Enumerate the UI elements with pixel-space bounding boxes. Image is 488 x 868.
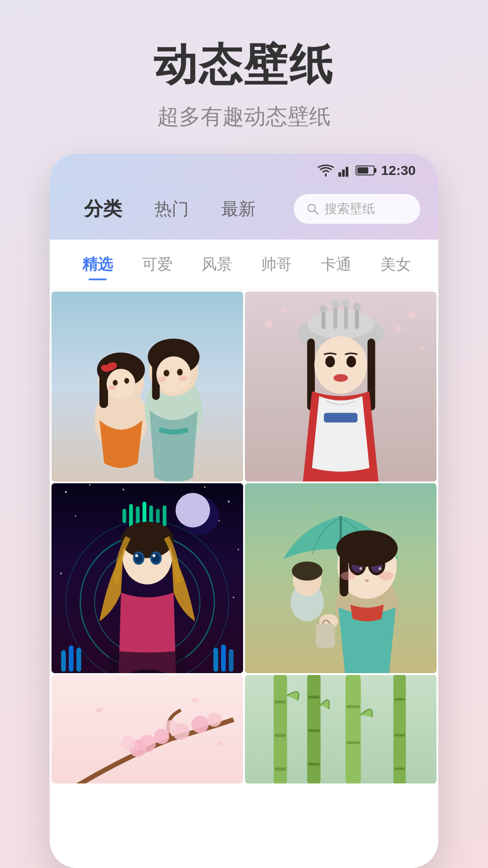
svg-point-110 <box>121 736 136 750</box>
category-bar: 精选 可爱 风景 帅哥 卡通 美女 <box>50 240 438 290</box>
svg-point-50 <box>65 491 67 493</box>
svg-rect-123 <box>275 768 286 770</box>
phone-device: 12:30 分类 热门 最新 搜索壁纸 精选 可爱 风景 帅哥 卡通 美女 <box>50 154 438 868</box>
wallpaper-art-3 <box>52 483 243 673</box>
svg-rect-127 <box>308 763 319 765</box>
svg-rect-107 <box>52 675 243 783</box>
svg-point-38 <box>319 305 327 313</box>
svg-point-22 <box>164 370 169 377</box>
wallpaper-item-1[interactable] <box>52 292 243 481</box>
svg-rect-71 <box>163 505 166 527</box>
cat-cartoon[interactable]: 卡通 <box>306 247 366 282</box>
cat-beauty[interactable]: 美女 <box>366 247 426 282</box>
wallpaper-item-4[interactable] <box>245 483 436 673</box>
svg-point-89 <box>292 561 323 580</box>
svg-rect-3 <box>349 164 351 177</box>
search-bar[interactable]: 搜索壁纸 <box>294 194 420 224</box>
wallpaper-art-4 <box>245 483 436 673</box>
svg-rect-132 <box>394 698 405 700</box>
svg-rect-66 <box>129 504 133 528</box>
signal-icon <box>338 164 351 177</box>
svg-point-103 <box>379 571 394 580</box>
wallpaper-item-6[interactable] <box>245 675 436 783</box>
svg-point-44 <box>314 336 367 394</box>
nav-bar: 分类 热门 最新 搜索壁纸 <box>50 183 438 240</box>
nav-tab-hot[interactable]: 热门 <box>138 193 205 225</box>
wallpaper-item-5[interactable] <box>52 675 243 783</box>
svg-point-30 <box>395 326 402 332</box>
svg-rect-128 <box>346 675 361 783</box>
wallpaper-item-3[interactable] <box>52 483 243 673</box>
svg-point-51 <box>89 484 90 486</box>
svg-line-5 <box>314 211 318 214</box>
svg-point-45 <box>325 356 335 367</box>
wallpaper-art-2 <box>245 292 436 481</box>
svg-point-16 <box>108 385 116 390</box>
svg-rect-121 <box>275 700 286 703</box>
svg-rect-81 <box>69 645 74 671</box>
svg-point-24 <box>157 377 166 382</box>
svg-rect-134 <box>394 768 405 770</box>
time-display: 12:30 <box>381 163 416 178</box>
svg-point-79 <box>153 554 155 557</box>
svg-rect-65 <box>122 509 126 523</box>
svg-rect-130 <box>347 741 360 744</box>
cat-cute[interactable]: 可爱 <box>127 247 187 282</box>
svg-rect-37 <box>355 307 359 329</box>
svg-point-115 <box>207 712 222 727</box>
svg-point-23 <box>177 369 183 376</box>
svg-rect-35 <box>333 305 337 329</box>
cat-scenery[interactable]: 风景 <box>187 247 247 282</box>
status-bar: 12:30 <box>50 154 438 183</box>
search-icon <box>306 203 319 215</box>
nav-tab-category[interactable]: 分类 <box>68 192 138 226</box>
svg-point-58 <box>60 572 62 574</box>
svg-point-13 <box>107 369 136 400</box>
svg-point-25 <box>178 376 188 382</box>
sub-title: 超多有趣动态壁纸 <box>0 102 488 131</box>
svg-rect-2 <box>346 167 348 177</box>
svg-rect-119 <box>245 675 436 783</box>
svg-point-29 <box>408 310 417 319</box>
header-area: 动态壁纸 超多有趣动态壁纸 <box>0 0 488 154</box>
svg-rect-131 <box>394 675 406 783</box>
svg-point-41 <box>353 303 361 311</box>
svg-rect-10 <box>99 370 108 408</box>
svg-point-99 <box>379 567 381 570</box>
svg-point-39 <box>332 300 339 308</box>
svg-point-78 <box>136 554 138 557</box>
svg-rect-133 <box>394 734 405 736</box>
svg-point-15 <box>124 378 129 384</box>
svg-point-55 <box>75 515 76 517</box>
svg-point-109 <box>139 735 156 752</box>
svg-point-54 <box>228 500 230 502</box>
svg-rect-82 <box>76 648 81 672</box>
wifi-icon <box>318 164 334 177</box>
svg-point-46 <box>347 356 356 367</box>
svg-point-33 <box>307 310 374 339</box>
svg-rect-84 <box>221 644 226 671</box>
svg-rect-48 <box>324 413 357 422</box>
nav-tab-latest[interactable]: 最新 <box>205 193 272 225</box>
svg-point-27 <box>265 321 273 328</box>
wallpaper-art-1 <box>52 292 243 481</box>
svg-point-52 <box>122 489 124 491</box>
svg-point-102 <box>341 571 355 580</box>
svg-point-28 <box>280 307 286 313</box>
svg-point-21 <box>156 356 191 393</box>
svg-point-14 <box>113 380 118 386</box>
svg-rect-129 <box>347 705 360 708</box>
svg-rect-34 <box>322 310 325 329</box>
svg-rect-106 <box>316 624 335 648</box>
svg-rect-70 <box>156 509 160 523</box>
svg-point-61 <box>176 493 210 527</box>
search-placeholder: 搜索壁纸 <box>324 200 375 217</box>
main-title: 动态壁纸 <box>0 36 488 95</box>
wallpaper-art-6 <box>245 675 436 783</box>
cat-handsome[interactable]: 帅哥 <box>247 247 306 282</box>
wallpaper-item-2[interactable] <box>245 292 436 481</box>
svg-point-40 <box>342 299 350 307</box>
cat-featured[interactable]: 精选 <box>68 247 127 282</box>
wallpaper-grid <box>50 290 438 785</box>
svg-rect-6 <box>52 292 243 481</box>
